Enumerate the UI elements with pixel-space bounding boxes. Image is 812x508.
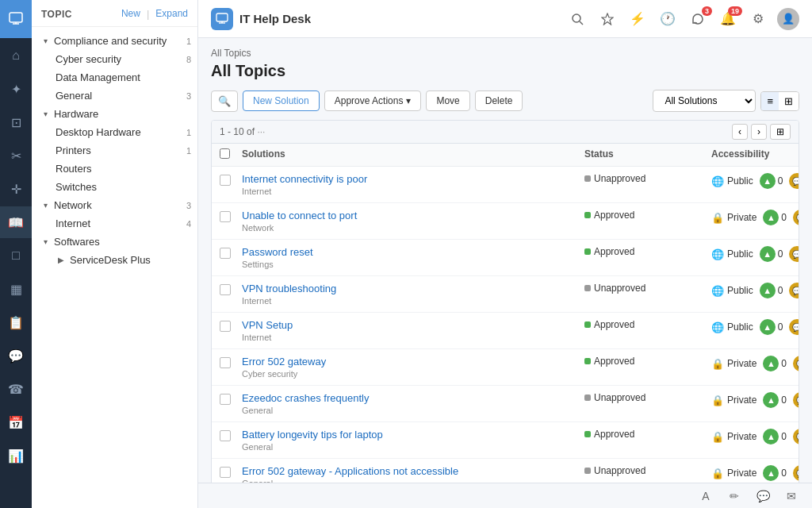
nav-ticket-icon[interactable]: ⊡ xyxy=(0,106,32,138)
sidebar-item-desktophardware[interactable]: Desktop Hardware 1 xyxy=(32,123,197,141)
solution-name-6[interactable]: Ezeedoc crashes frequently xyxy=(242,392,465,404)
row-solution-8: Error 502 gateway - Applications not acc… xyxy=(242,465,465,483)
sidebar-item-hardware[interactable]: ▾ Hardware xyxy=(32,105,197,123)
solution-name-5[interactable]: Error 502 gateway xyxy=(242,356,465,368)
row-checkbox-5[interactable] xyxy=(220,356,242,368)
nav-phone-icon[interactable]: ☎ xyxy=(0,373,32,405)
solution-name-3[interactable]: VPN troubleshooting xyxy=(242,283,465,294)
new-solution-button[interactable]: New Solution xyxy=(243,90,320,111)
status-label-2: Approved xyxy=(594,246,634,257)
sidebar-item-routers[interactable]: Routers xyxy=(32,160,197,178)
nav-tools-icon[interactable]: ✂ xyxy=(0,140,32,171)
tree-toggle-compliance: ▾ xyxy=(40,36,51,47)
settings-icon[interactable]: ⚙ xyxy=(747,8,769,30)
delete-button[interactable]: Delete xyxy=(475,90,523,111)
row-checkbox-4[interactable] xyxy=(220,319,242,332)
next-page-button[interactable]: › xyxy=(751,124,767,140)
row-solution-0: Internet connectivity is poor Internet xyxy=(242,173,465,196)
nav-book-icon[interactable]: 📖 xyxy=(0,206,32,238)
nav-grid-icon[interactable]: ▦ xyxy=(0,273,32,305)
access-icon-7: 🔒 xyxy=(711,431,724,443)
solution-name-1[interactable]: Unable to connect to port xyxy=(242,210,465,221)
solution-name-7[interactable]: Battery longevity tips for laptop xyxy=(242,429,465,441)
status-label-3: Unapproved xyxy=(594,283,645,294)
status-dot-2 xyxy=(584,248,591,255)
solution-name-0[interactable]: Internet connectivity is poor xyxy=(242,173,465,185)
solution-name-2[interactable]: Password reset xyxy=(242,246,465,258)
sidebar-expand-link[interactable]: Expand xyxy=(155,8,188,20)
sidebar-item-cybersecurity[interactable]: Cyber security 8 xyxy=(32,50,197,68)
sidebar-item-network[interactable]: ▾ Network 3 xyxy=(32,196,197,214)
sidebar-item-compliance[interactable]: ▾ Compliance and security 1 xyxy=(32,32,197,50)
font-size-icon[interactable]: A xyxy=(695,485,717,507)
user-avatar[interactable]: 👤 xyxy=(777,8,799,30)
row-access-votes-6: 🔒 Private ▲ 0 💬 0 xyxy=(711,392,791,408)
sidebar-title: TOPIC xyxy=(41,9,72,20)
solution-status-0: Unapproved xyxy=(584,173,711,184)
solution-name-4[interactable]: VPN Setup xyxy=(242,319,465,331)
edit-icon[interactable]: ✏ xyxy=(723,485,745,507)
row-checkbox-8[interactable] xyxy=(220,465,242,478)
sidebar-item-printers[interactable]: Printers 1 xyxy=(32,141,197,160)
comment-bottom-icon[interactable]: 💬 xyxy=(752,485,774,507)
nav-calendar-icon[interactable]: 📅 xyxy=(0,406,32,438)
sidebar-header: TOPIC New | Expand xyxy=(32,0,197,27)
row-checkbox-7[interactable] xyxy=(220,429,242,441)
status-label-8: Unapproved xyxy=(594,465,645,476)
comment-icon-3: 💬 xyxy=(789,283,799,298)
column-headers: Solutions Status Accessibility xyxy=(212,144,799,167)
nav-box-icon[interactable]: □ xyxy=(0,240,32,271)
vote-up-4: ▲ 0 xyxy=(760,319,783,335)
vote-comment-8: 💬 0 xyxy=(793,465,799,481)
status-dot-3 xyxy=(584,285,591,291)
solution-name-8[interactable]: Error 502 gateway - Applications not acc… xyxy=(242,465,465,477)
solution-topic-7: General xyxy=(242,442,465,452)
solution-filter[interactable]: All Solutions xyxy=(653,90,756,112)
bolt-icon[interactable]: ⚡ xyxy=(626,8,649,30)
prev-page-button[interactable]: ‹ xyxy=(732,124,748,140)
refresh-icon[interactable]: 3 xyxy=(687,8,709,30)
grid-view-button[interactable]: ⊞ xyxy=(779,92,799,110)
table-row: Password reset Settings Approved 🌐 Publi… xyxy=(212,240,799,276)
access-icon-5: 🔒 xyxy=(711,358,724,370)
checkbox-all-header[interactable] xyxy=(220,148,242,161)
row-checkbox-6[interactable] xyxy=(220,392,242,405)
star-icon[interactable] xyxy=(596,8,619,30)
sidebar-new-link[interactable]: New xyxy=(121,8,140,20)
sidebar-item-servicedesk[interactable]: ▶ ServiceDesk Plus xyxy=(32,251,197,269)
clock-icon[interactable]: 🕐 xyxy=(657,8,679,30)
nav-star-icon[interactable]: ✦ xyxy=(0,73,32,105)
sidebar-item-general[interactable]: General 3 xyxy=(32,87,197,105)
search-button[interactable]: 🔍 xyxy=(211,90,238,112)
app-logo-icon xyxy=(0,0,32,38)
sidebar-item-internet[interactable]: Internet 4 xyxy=(32,214,197,233)
sidebar-item-softwares[interactable]: ▾ Softwares xyxy=(32,233,197,251)
settings-cols-button[interactable]: ⊞ xyxy=(770,124,791,140)
bell-icon[interactable]: 🔔 19 xyxy=(717,8,739,30)
row-checkbox-3[interactable] xyxy=(220,283,242,295)
row-checkbox-1[interactable] xyxy=(220,210,242,222)
comment-icon-8: 💬 xyxy=(793,465,799,481)
nav-graph-icon[interactable]: 📊 xyxy=(0,440,32,471)
vote-up-7: ▲ 0 xyxy=(763,429,787,444)
vote-cell-7: ▲ 0 💬 0 xyxy=(763,429,799,444)
chat-bottom-icon[interactable]: ✉ xyxy=(780,485,802,507)
vote-cell-2: ▲ 0 💬 0 xyxy=(760,246,799,262)
nav-clipboard-icon[interactable]: 📋 xyxy=(0,306,32,338)
nav-chat-icon[interactable]: 💬 xyxy=(0,340,32,371)
row-checkbox-2[interactable] xyxy=(220,246,242,259)
search-icon[interactable] xyxy=(566,8,588,30)
nav-home-icon[interactable]: ⌂ xyxy=(0,40,32,71)
move-button[interactable]: Move xyxy=(426,90,469,111)
approve-actions-button[interactable]: Approve Actions ▾ xyxy=(324,90,422,111)
vote-up-3: ▲ 0 xyxy=(760,283,783,298)
row-checkbox-0[interactable] xyxy=(220,173,242,186)
list-view-button[interactable]: ≡ xyxy=(761,92,779,110)
row-access-votes-4: 🌐 Public ▲ 0 💬 0 xyxy=(711,319,791,335)
vote-comment-4: 💬 0 xyxy=(789,319,799,335)
sidebar-item-switches[interactable]: Switches xyxy=(32,178,197,196)
accessibility-cell-2: 🌐 Public xyxy=(711,248,753,260)
nav-crosshair-icon[interactable]: ✛ xyxy=(0,173,32,205)
sidebar-item-datamanagement[interactable]: Data Management xyxy=(32,68,197,87)
access-icon-6: 🔒 xyxy=(711,394,724,406)
